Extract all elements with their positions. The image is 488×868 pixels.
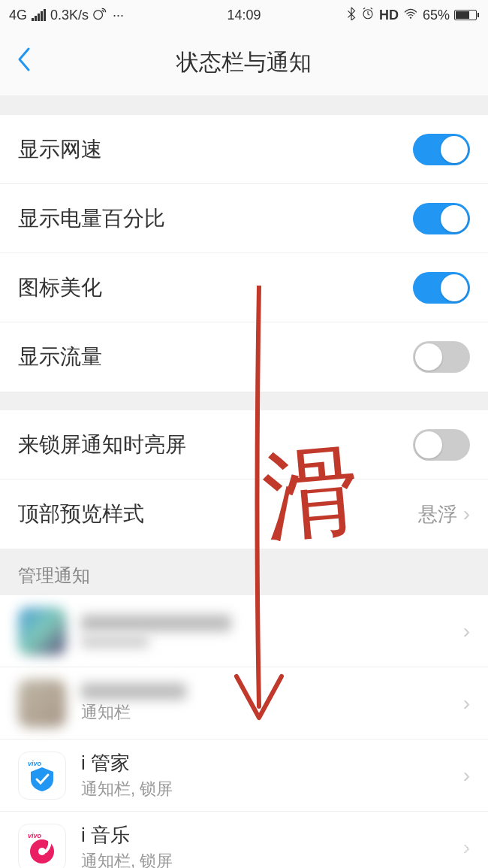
toggle-switch[interactable] — [413, 203, 470, 234]
chevron-right-icon: › — [463, 691, 470, 715]
chevron-right-icon: › — [463, 619, 470, 643]
app-row-blurred-2[interactable]: 通知栏 › — [0, 667, 488, 739]
setting-label: 顶部预览样式 — [18, 500, 144, 528]
toggle-switch[interactable] — [413, 341, 470, 373]
setting-label: 图标美化 — [18, 274, 102, 302]
svg-point-2 — [410, 17, 411, 18]
toggle-switch[interactable] — [413, 429, 470, 461]
wifi-icon — [403, 8, 418, 23]
setting-label: 来锁屏通知时亮屏 — [18, 431, 186, 459]
setting-preview-style[interactable]: 顶部预览样式 悬浮 › — [0, 479, 488, 549]
toggle-switch[interactable] — [413, 134, 470, 165]
setting-label: 显示流量 — [18, 343, 102, 371]
toggle-switch[interactable] — [413, 272, 470, 304]
settings-group-2: 来锁屏通知时亮屏 顶部预览样式 悬浮 › — [0, 410, 488, 549]
app-row-blurred-1[interactable]: › — [0, 595, 488, 667]
svg-text:vivo: vivo — [28, 832, 42, 839]
data-speed: 0.3K/s — [50, 8, 89, 23]
app-icon-shield: vivo — [18, 752, 66, 800]
status-time: 14:09 — [227, 8, 261, 23]
section-gap — [0, 392, 488, 410]
setting-show-battery-pct[interactable]: 显示电量百分比 — [0, 184, 488, 253]
app-row-imanager[interactable]: vivo i 管家 通知栏, 锁屏 › — [0, 739, 488, 812]
app-name: i 管家 — [81, 750, 463, 776]
back-button[interactable] — [15, 46, 32, 80]
setting-label: 显示网速 — [18, 135, 102, 164]
setting-label: 显示电量百分比 — [18, 204, 165, 233]
section-header-manage: 管理通知 — [0, 549, 488, 595]
settings-group-1: 显示网速 显示电量百分比 图标美化 显示流量 — [0, 115, 488, 392]
app-icon — [18, 679, 66, 727]
app-icon-music: vivo — [18, 824, 66, 869]
battery-icon — [454, 10, 479, 20]
alarm-icon — [361, 7, 375, 24]
setting-value-text: 悬浮 — [418, 501, 457, 528]
app-icon — [18, 607, 66, 655]
page-header: 状态栏与通知 — [0, 30, 488, 96]
status-left: 4G 0.3K/s ··· — [9, 6, 124, 25]
hd-label: HD — [379, 8, 399, 23]
battery-pct: 65% — [423, 8, 450, 23]
page-title: 状态栏与通知 — [176, 47, 312, 78]
watermark: Baidu 经验 — [400, 840, 473, 860]
svg-text:vivo: vivo — [28, 760, 42, 767]
setting-value: 悬浮 › — [418, 501, 470, 528]
signal-icon — [32, 9, 46, 21]
status-bar: 4G 0.3K/s ··· 14:09 HD 65% — [0, 0, 488, 30]
app-detail: 通知栏 — [81, 701, 463, 724]
setting-wake-on-notification[interactable]: 来锁屏通知时亮屏 — [0, 410, 488, 479]
app-name — [81, 683, 186, 700]
setting-icon-beautify[interactable]: 图标美化 — [0, 253, 488, 322]
status-right: HD 65% — [346, 7, 479, 24]
bluetooth-icon — [346, 7, 357, 24]
app-list: › 通知栏 › vivo i 管家 通知栏, 锁屏 › vivo — [0, 595, 488, 868]
svg-point-0 — [94, 10, 103, 19]
setting-show-netspeed[interactable]: 显示网速 — [0, 115, 488, 184]
more-icon: ··· — [113, 8, 124, 23]
chevron-right-icon: › — [463, 502, 470, 526]
network-type: 4G — [9, 8, 27, 23]
app-detail: 通知栏, 锁屏 — [81, 778, 463, 800]
app-name — [81, 615, 231, 631]
setting-show-data[interactable]: 显示流量 — [0, 322, 488, 392]
section-gap — [0, 96, 488, 115]
app-detail — [81, 636, 149, 648]
weibo-icon — [93, 6, 108, 25]
chevron-right-icon: › — [463, 764, 470, 788]
